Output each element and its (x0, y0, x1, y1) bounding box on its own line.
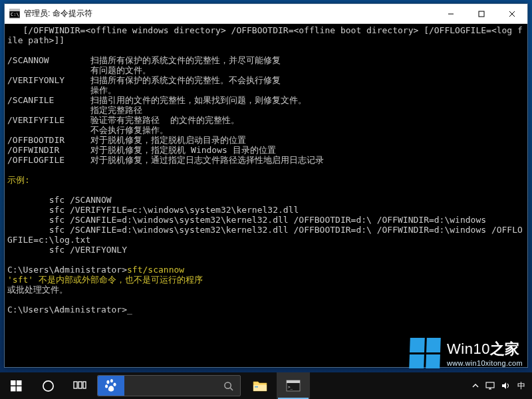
svg-point-16 (110, 379, 113, 382)
minimize-button[interactable] (436, 4, 466, 24)
titlebar[interactable]: C:\ 管理员: 命令提示符 (5, 4, 527, 24)
task-view-button[interactable] (64, 372, 96, 399)
close-button[interactable] (497, 4, 527, 24)
system-tray[interactable]: 中 (472, 380, 532, 392)
maximize-button[interactable] (466, 4, 497, 24)
svg-rect-22 (255, 386, 258, 388)
svg-rect-12 (74, 382, 77, 388)
svg-rect-9 (11, 386, 16, 392)
start-button[interactable] (0, 372, 32, 399)
tray-chevron-up-icon[interactable] (472, 382, 479, 389)
svg-rect-10 (17, 386, 22, 392)
watermark-brand: Win10之家 (447, 339, 523, 359)
windows-logo-icon (409, 338, 441, 368)
svg-point-19 (224, 382, 230, 388)
tray-ime-icon[interactable]: 中 (517, 380, 525, 392)
cortana-button[interactable] (32, 372, 64, 399)
taskbar: >_ 中 (0, 372, 532, 399)
svg-rect-13 (78, 382, 82, 388)
svg-text:>_: >_ (288, 384, 293, 390)
svg-point-11 (43, 380, 53, 390)
taskbar-app-cmd[interactable]: >_ (277, 372, 310, 399)
svg-rect-4 (479, 11, 484, 17)
watermark-url: www.win10xitong.com (447, 359, 523, 367)
desktop: C:\ 管理员: 命令提示符 [/OFFWINDIR=<offline wind… (0, 0, 532, 399)
console-output[interactable]: [/OFFWINDIR=<offline windows directory> … (5, 24, 527, 367)
svg-rect-24 (287, 380, 300, 383)
svg-rect-26 (486, 382, 494, 388)
svg-point-15 (106, 380, 109, 384)
svg-rect-14 (83, 382, 86, 388)
tray-network-icon[interactable] (485, 382, 495, 390)
svg-point-17 (105, 384, 108, 388)
taskbar-search[interactable] (97, 375, 241, 396)
taskbar-app-file-explorer[interactable] (243, 372, 277, 399)
svg-rect-21 (253, 385, 267, 391)
baidu-icon[interactable] (98, 376, 124, 396)
svg-rect-8 (17, 380, 22, 386)
svg-point-18 (113, 383, 116, 386)
svg-rect-1 (9, 9, 20, 11)
svg-rect-7 (11, 380, 16, 386)
tray-volume-icon[interactable] (501, 382, 511, 390)
cmd-icon: C:\ (9, 9, 20, 19)
search-icon[interactable] (216, 381, 240, 391)
watermark: Win10之家 www.win10xitong.com (410, 338, 523, 368)
svg-line-20 (230, 388, 233, 390)
cmd-window: C:\ 管理员: 命令提示符 [/OFFWINDIR=<offline wind… (4, 3, 528, 368)
window-title: 管理员: 命令提示符 (24, 8, 92, 19)
svg-text:C:\: C:\ (11, 12, 19, 17)
